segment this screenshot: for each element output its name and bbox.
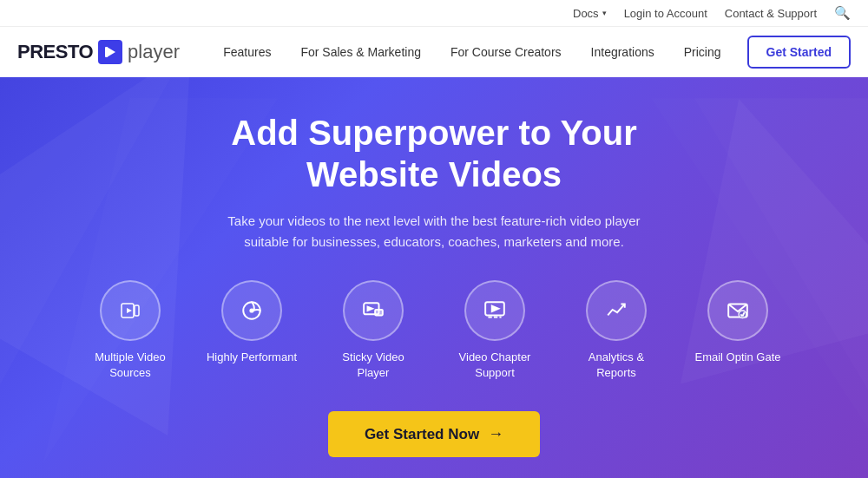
docs-chevron-icon: ▾ [602,9,607,17]
cta-button[interactable]: Get Started Now → [328,411,540,457]
hero-section: Add Superpower to Your Website Videos Ta… [0,77,868,478]
svg-point-10 [250,309,253,311]
features-row: Multiple Video Sources Highly Performant [17,280,851,381]
docs-label: Docs [573,7,599,20]
contact-link[interactable]: Contact & Support [725,7,817,20]
analytics-icon-circle [586,280,647,341]
feature-sticky: Sticky Video Player [326,280,421,381]
hero-subtitle: Take your videos to the next level with … [208,211,660,252]
logo-presto-text: PRESTO [17,41,93,63]
feature-label-2: Sticky Video Player [326,350,421,381]
sticky-icon-circle [343,280,404,341]
cta-container: Get Started Now → [17,411,851,457]
feature-analytics: Analytics & Reports [569,280,664,381]
login-label: Login to Account [624,7,707,20]
feature-label-3: Video Chapter Support [447,350,542,381]
logo-player-text: player [128,41,180,63]
logo-area: PRESTO player [17,40,180,64]
nav-links: Features For Sales & Marketing For Cours… [211,36,851,69]
feature-label-1: Highly Performant [207,350,297,365]
navbar: PRESTO player Features For Sales & Marke… [0,26,868,77]
svg-marker-7 [127,308,132,313]
feature-multiple-video: Multiple Video Sources [82,280,178,381]
login-link[interactable]: Login to Account [624,7,707,20]
feature-performant: Highly Performant [204,280,299,381]
logo-icon [98,40,122,64]
chapters-icon-circle [464,280,525,341]
cta-label: Get Started Now [365,426,479,443]
performant-icon-circle [221,280,282,341]
contact-label: Contact & Support [725,7,817,20]
svg-rect-8 [135,305,139,316]
svg-rect-12 [375,310,383,316]
topbar: Docs ▾ Login to Account Contact & Suppor… [0,0,868,26]
feature-email: Email Optin Gate [690,280,786,381]
svg-marker-0 [107,47,115,57]
nav-pricing[interactable]: Pricing [672,38,733,66]
nav-features[interactable]: Features [211,38,283,66]
multiple-video-icon-circle [100,280,161,341]
docs-link[interactable]: Docs ▾ [573,7,607,20]
hero-content: Add Superpower to Your Website Videos Ta… [17,112,851,457]
feature-label-5: Email Optin Gate [695,350,781,365]
feature-label-0: Multiple Video Sources [82,350,178,381]
email-icon-circle [707,280,768,341]
svg-rect-1 [105,47,108,57]
get-started-button[interactable]: Get Started [747,36,851,69]
hero-title: Add Superpower to Your Website Videos [17,112,851,195]
nav-integrations[interactable]: Integrations [579,38,667,66]
svg-marker-15 [492,306,499,312]
feature-chapters: Video Chapter Support [447,280,542,381]
nav-sales[interactable]: For Sales & Marketing [288,38,433,66]
feature-label-4: Analytics & Reports [569,350,664,381]
arrow-icon: → [488,425,503,443]
nav-course[interactable]: For Course Creators [438,38,574,66]
search-icon[interactable]: 🔍 [834,5,851,21]
svg-marker-13 [368,307,372,311]
